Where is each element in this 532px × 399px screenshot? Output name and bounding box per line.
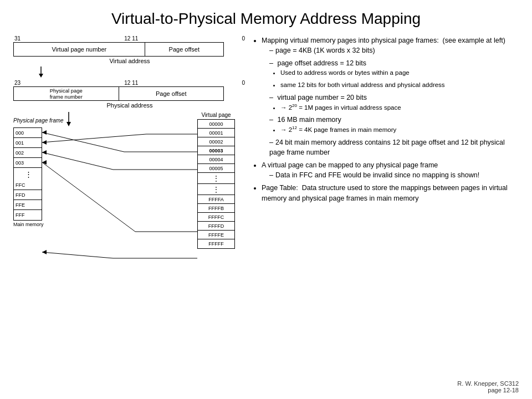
mm-row-003: 003 bbox=[14, 158, 42, 168]
sub-page-offset: page offset address = 12 bits Used to ad… bbox=[269, 58, 519, 89]
vp-row-fffff: FFFFF bbox=[198, 239, 234, 248]
mm-row-ffd: FFD bbox=[14, 190, 42, 200]
footer-text: R. W. Knepper, SC312page 12-18 bbox=[457, 380, 519, 393]
svg-line-12 bbox=[42, 162, 135, 232]
main-bullet-list: Mapping virtual memory pages into physic… bbox=[252, 35, 519, 203]
vp-sublist: Data in FFC and FFE would be invalid sin… bbox=[262, 170, 519, 180]
sub-24bit: 24 bit main memory address contains 12 b… bbox=[269, 137, 519, 157]
detail-address-words: Used to address words or bytes within a … bbox=[280, 68, 519, 78]
virtual-addr-box: Virtual page number Page offset bbox=[13, 42, 224, 57]
diagram: 31 12 11 0 Virtual page number Page offs… bbox=[13, 35, 246, 378]
sub-vpn: virtual page number = 20 bits → 220 = 1M… bbox=[269, 93, 519, 112]
page-offset-box: Page offset bbox=[145, 43, 223, 56]
detail-vpn-pages: → 220 = 1M pages in virtual address spac… bbox=[280, 103, 519, 112]
svg-line-3 bbox=[42, 134, 146, 142]
svg-line-9 bbox=[42, 152, 113, 170]
vp-row-00004: 00004 bbox=[198, 155, 234, 164]
bullet-page-table: Page Table: Data structure used to store… bbox=[262, 183, 519, 203]
sub-16mb: 16 MB main memory → 212 = 4K page frames… bbox=[269, 115, 519, 135]
physical-addr-box: Physical pageframe number Page offset bbox=[13, 86, 224, 101]
footer: R. W. Knepper, SC312page 12-18 bbox=[13, 380, 519, 393]
svg-marker-16 bbox=[42, 250, 47, 254]
mm-row-ffe: FFE bbox=[14, 200, 42, 210]
sub-page-size: page = 4KB (1K words x 32 bits) bbox=[269, 45, 519, 55]
vp-row-ffffd: FFFFD bbox=[198, 222, 234, 231]
virtual-page-label: Virtual page bbox=[197, 112, 235, 118]
vp-row-ffffb: FFFFB bbox=[198, 204, 234, 213]
mm-sublist: → 212 = 4K page frames in main memory bbox=[269, 125, 519, 135]
svg-line-6 bbox=[42, 132, 124, 152]
vp-row-00003: 00003 bbox=[198, 146, 234, 155]
svg-line-15 bbox=[42, 252, 113, 258]
arrow-down-1 bbox=[35, 66, 47, 79]
page-offset-sublist: Used to address words or bytes within a … bbox=[269, 68, 519, 89]
main-memory-label: Main memory bbox=[13, 222, 44, 227]
svg-marker-18 bbox=[66, 122, 71, 126]
main-memory-col: 000 001 002 003 ⋮ FFC FFD FFE FFF Main m… bbox=[13, 127, 44, 227]
mm-row-002: 002 bbox=[14, 148, 42, 158]
vp-row-00002: 00002 bbox=[198, 137, 234, 146]
mm-row-fff: FFF bbox=[14, 210, 42, 220]
mm-rows: 000 001 002 003 ⋮ FFC FFD FFE FFF bbox=[13, 127, 42, 221]
vp-row-dots: ⋮ bbox=[198, 173, 234, 184]
detail-same-12-bits: same 12 bits for both virtual address an… bbox=[280, 80, 519, 90]
sub-ffc-ffe: Data in FFC and FFE would be invalid sin… bbox=[269, 170, 519, 180]
vpn-box: Virtual page number bbox=[14, 43, 145, 56]
virtual-addr-section: 31 12 11 0 Virtual page number Page offs… bbox=[13, 35, 246, 64]
mm-row-dots: ⋮ bbox=[14, 168, 42, 180]
detail-4k-frames: → 212 = 4K page frames in main memory bbox=[280, 125, 519, 135]
physical-addr-section: 23 12 11 0 Physical pageframe number Pag… bbox=[13, 80, 246, 109]
page-title: Virtual-to-Physical Memory Address Mappi… bbox=[13, 10, 519, 28]
mapping-sublist: page = 4KB (1K words x 32 bits) page off… bbox=[262, 45, 519, 157]
vp-row-ffffa: FFFFA bbox=[198, 195, 234, 204]
bullet-mapping: Mapping virtual memory pages into physic… bbox=[262, 35, 519, 157]
physical-page-frame-label: Physical page frame bbox=[13, 117, 64, 124]
svg-marker-1 bbox=[39, 74, 43, 78]
vp-row-00001: 00001 bbox=[198, 129, 234, 137]
virtual-page-col: Virtual page 00000 00001 00002 00003 000… bbox=[197, 112, 235, 249]
vp-rows-top: 00000 00001 00002 00003 00004 00005 ⋮ ⋮ … bbox=[197, 119, 235, 249]
physical-bits: 23 12 11 0 bbox=[13, 80, 246, 86]
text-column: Mapping virtual memory pages into physic… bbox=[252, 35, 519, 378]
mm-row-001: 001 bbox=[14, 138, 42, 148]
ppfn-box: Physical pageframe number bbox=[14, 87, 119, 100]
physical-addr-label: Physical address bbox=[13, 102, 246, 109]
vp-row-ffffc: FFFFC bbox=[198, 213, 234, 222]
mm-row-ffc: FFC bbox=[14, 180, 42, 190]
mm-row-000: 000 bbox=[14, 128, 42, 138]
vpn-sublist: → 220 = 1M pages in virtual address spac… bbox=[269, 103, 519, 112]
bullet-virtual-page: A virtual page can be mapped to any phys… bbox=[262, 160, 519, 180]
page-table-area: Physical page frame 000 001 002 003 ⋮ FF… bbox=[13, 112, 235, 300]
vp-row-dots2: ⋮ bbox=[198, 184, 234, 195]
phys-page-offset-box: Page offset bbox=[119, 87, 224, 100]
page: Virtual-to-Physical Memory Address Mappi… bbox=[0, 0, 532, 399]
vp-row-00000: 00000 bbox=[198, 120, 234, 129]
content-area: 31 12 11 0 Virtual page number Page offs… bbox=[13, 35, 519, 378]
virtual-addr-label: Virtual address bbox=[13, 58, 246, 64]
vp-row-ffffe: FFFFE bbox=[198, 231, 234, 239]
vp-row-00005: 00005 bbox=[198, 164, 234, 173]
virtual-bits: 31 12 11 0 bbox=[13, 35, 246, 42]
